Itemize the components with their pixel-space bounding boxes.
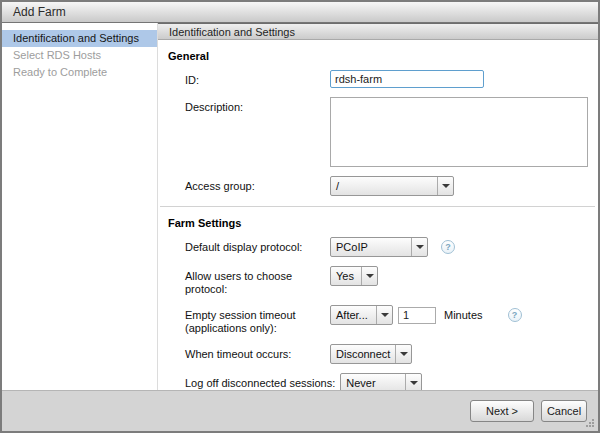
dialog-title: Add Farm <box>13 5 66 19</box>
next-button[interactable]: Next > <box>470 400 534 422</box>
access-group-dropdown[interactable]: / <box>330 176 454 196</box>
when-timeout-occurs-row: When timeout occurs: Disconnect <box>185 344 590 364</box>
general-form: ID: Description: Access group: <box>185 70 590 196</box>
when-timeout-occurs-label: When timeout occurs: <box>185 344 330 361</box>
default-display-protocol-dropdown[interactable]: PCoIP <box>330 237 428 257</box>
dialog-footer: Next > Cancel <box>2 390 598 431</box>
chevron-down-icon <box>361 267 377 285</box>
chevron-down-icon <box>411 238 427 256</box>
resize-grip[interactable] <box>585 418 595 428</box>
wizard-content: Identification and Settings General ID: … <box>157 23 598 390</box>
log-off-disconnected-row: Log off disconnected sessions: Never <box>185 373 590 390</box>
chevron-down-icon <box>437 177 453 195</box>
access-group-label: Access group: <box>185 176 330 193</box>
minutes-unit-label: Minutes <box>444 309 483 321</box>
log-off-disconnected-label: Log off disconnected sessions: <box>185 373 340 390</box>
help-icon[interactable]: ? <box>441 240 455 254</box>
cancel-button[interactable]: Cancel <box>541 400 587 422</box>
id-input[interactable] <box>330 70 484 88</box>
allow-users-choose-protocol-label: Allow users to choose protocol: <box>185 266 330 296</box>
description-input[interactable] <box>330 97 588 167</box>
chevron-down-icon <box>405 374 421 390</box>
empty-session-timeout-mode-dropdown[interactable]: After... <box>330 305 393 325</box>
page-title: Identification and Settings <box>158 23 598 40</box>
wizard-step-ready-to-complete: Ready to Complete <box>2 64 157 81</box>
allow-users-choose-protocol-dropdown[interactable]: Yes <box>330 266 378 286</box>
dialog-titlebar: Add Farm <box>2 2 598 23</box>
log-off-disconnected-dropdown[interactable]: Never <box>340 373 422 390</box>
default-display-protocol-row: Default display protocol: PCoIP ? <box>185 237 590 257</box>
wizard-steps: Identification and Settings Select RDS H… <box>2 23 157 390</box>
general-section-heading: General <box>168 50 598 62</box>
empty-session-timeout-label: Empty session timeout (applications only… <box>185 305 330 335</box>
section-divider <box>160 206 595 207</box>
farm-settings-form: Default display protocol: PCoIP ? Allow … <box>185 237 590 390</box>
id-row: ID: <box>185 70 590 88</box>
id-label: ID: <box>185 70 330 87</box>
default-display-protocol-label: Default display protocol: <box>185 237 330 254</box>
chevron-down-icon <box>376 306 392 324</box>
allow-users-choose-protocol-row: Allow users to choose protocol: Yes <box>185 266 590 296</box>
access-group-row: Access group: / <box>185 176 590 196</box>
description-label: Description: <box>185 97 330 114</box>
dialog-body: Identification and Settings Select RDS H… <box>2 23 598 390</box>
farm-settings-section-heading: Farm Settings <box>168 217 598 229</box>
empty-session-timeout-minutes-input[interactable] <box>398 307 436 324</box>
empty-session-timeout-row: Empty session timeout (applications only… <box>185 305 590 335</box>
chevron-down-icon <box>395 345 411 363</box>
wizard-step-identification-and-settings[interactable]: Identification and Settings <box>2 30 157 47</box>
add-farm-dialog: Add Farm Identification and Settings Sel… <box>0 0 600 433</box>
wizard-step-select-rds-hosts: Select RDS Hosts <box>2 47 157 64</box>
help-icon[interactable]: ? <box>508 308 522 322</box>
description-row: Description: <box>185 97 590 167</box>
when-timeout-occurs-dropdown[interactable]: Disconnect <box>330 344 412 364</box>
form-area: General ID: Description: <box>158 40 598 390</box>
